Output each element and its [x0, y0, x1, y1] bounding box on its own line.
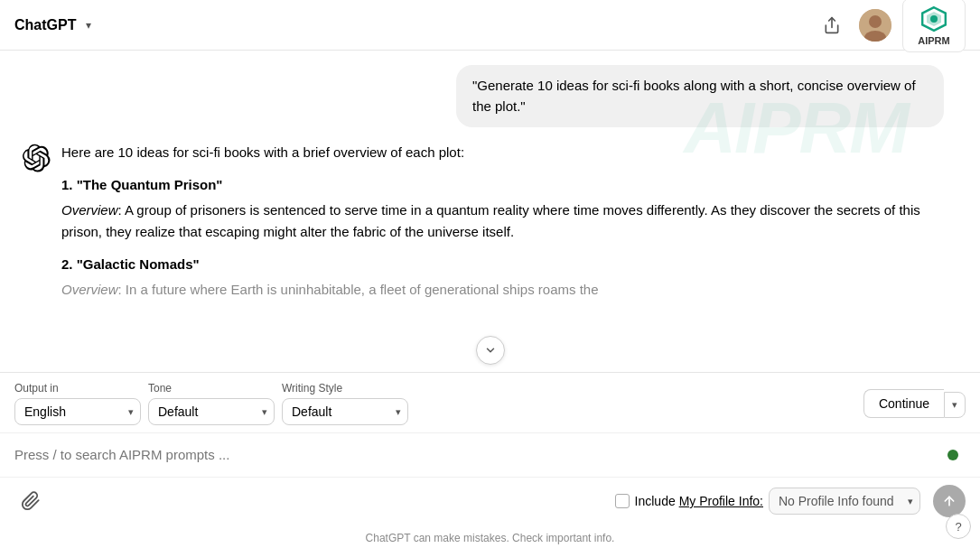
- chatgpt-icon: [22, 144, 51, 172]
- tone-select-wrapper: Default ▾: [148, 398, 275, 425]
- ai-message-container: Here are 10 ideas for sci-fi books with …: [0, 142, 980, 319]
- tone-label: Tone: [148, 382, 275, 395]
- tone-group: Tone Default ▾: [148, 382, 275, 425]
- overview-label-2: Overview: [61, 282, 118, 297]
- app-title: ChatGPT: [14, 17, 76, 33]
- header-left: ChatGPT ▾: [14, 17, 96, 33]
- status-dot: [947, 450, 958, 460]
- svg-point-7: [930, 15, 938, 23]
- profile-label: Include My Profile Info:: [635, 494, 763, 508]
- main-area: AIPRM "Generate 10 ideas for sci-fi book…: [0, 51, 980, 548]
- overview-label-1: Overview: [61, 202, 118, 218]
- output-select[interactable]: English: [14, 398, 141, 425]
- input-row: [0, 433, 980, 477]
- list-item-2-overview: Overview: In a future where Earth is uni…: [61, 279, 944, 301]
- send-button[interactable]: [933, 485, 966, 517]
- toolbar-row: Output in English ▾ Tone Default ▾: [0, 373, 980, 433]
- list-item-1-overview: Overview: A group of prisoners is senten…: [61, 200, 944, 243]
- svg-point-2: [869, 15, 882, 28]
- user-message: "Generate 10 ideas for sci-fi books alon…: [456, 65, 944, 127]
- list-item-1-title: 1. "The Quantum Prison": [61, 174, 944, 196]
- my-profile-info-link[interactable]: My Profile Info:: [679, 494, 763, 508]
- aiprm-label: AIPRM: [918, 35, 949, 46]
- profile-checkbox[interactable]: [615, 494, 630, 508]
- footer: ChatGPT can make mistakes. Check importa…: [0, 526, 980, 548]
- list-title-2: "Galactic Nomads": [77, 256, 200, 272]
- list-num-2: 2.: [61, 256, 73, 272]
- profile-dropdown-wrapper: No Profile Info found ▾: [769, 488, 920, 515]
- list-num-1: 1.: [61, 177, 73, 192]
- list-item: 1. "The Quantum Prison" Overview: A grou…: [61, 174, 944, 243]
- continue-button[interactable]: Continue: [863, 389, 944, 418]
- overview-text-1: : A group of prisoners is sentenced to s…: [61, 202, 920, 239]
- output-in-group: Output in English ▾: [14, 382, 141, 425]
- include-text: Include: [635, 494, 679, 508]
- writing-style-select[interactable]: Default: [282, 398, 408, 425]
- output-label: Output in: [14, 382, 141, 395]
- continue-button-group: Continue ▾: [863, 389, 966, 418]
- tone-select[interactable]: Default: [148, 398, 275, 425]
- avatar[interactable]: [859, 9, 891, 42]
- list-title-1: "The Quantum Prison": [77, 177, 223, 192]
- writing-style-label: Writing Style: [282, 382, 408, 395]
- overview-text-2: : In a future where Earth is uninhabitab…: [118, 282, 599, 297]
- output-select-wrapper: English ▾: [14, 398, 141, 425]
- profile-check-group: Include My Profile Info: No Profile Info…: [615, 485, 966, 517]
- prompt-input[interactable]: [14, 441, 947, 469]
- attach-button[interactable]: [14, 485, 47, 517]
- aiprm-button[interactable]: AIPRM: [902, 0, 966, 52]
- user-message-container: "Generate 10 ideas for sci-fi books alon…: [0, 65, 980, 142]
- scroll-down-button[interactable]: [476, 336, 505, 365]
- profile-info-select[interactable]: No Profile Info found: [769, 488, 920, 515]
- list-item: 2. "Galactic Nomads" Overview: In a futu…: [61, 254, 944, 301]
- profile-row: Include My Profile Info: No Profile Info…: [0, 477, 980, 526]
- header-right: AIPRM: [816, 0, 966, 52]
- footer-text: ChatGPT can make mistakes. Check importa…: [366, 532, 615, 544]
- chevron-down-icon[interactable]: ▾: [81, 18, 96, 33]
- share-button[interactable]: [816, 9, 848, 42]
- help-button[interactable]: ?: [946, 514, 971, 539]
- writing-style-select-wrapper: Default ▾: [282, 398, 408, 425]
- header: ChatGPT ▾ A: [0, 0, 980, 51]
- bottom-bar: Output in English ▾ Tone Default ▾: [0, 372, 980, 548]
- ai-intro-text: Here are 10 ideas for sci-fi books with …: [61, 142, 944, 163]
- continue-dropdown-button[interactable]: ▾: [944, 392, 966, 418]
- chat-area: AIPRM "Generate 10 ideas for sci-fi book…: [0, 51, 980, 372]
- list-item-2-title: 2. "Galactic Nomads": [61, 254, 944, 275]
- ai-response-content: Here are 10 ideas for sci-fi books with …: [61, 142, 944, 311]
- writing-style-group: Writing Style Default ▾: [282, 382, 408, 425]
